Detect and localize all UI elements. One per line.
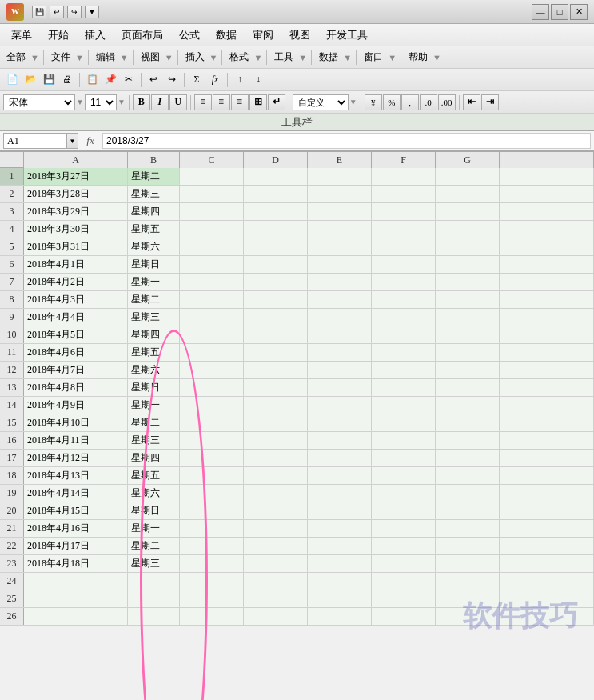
cell-e15[interactable] (308, 414, 372, 431)
cell-g12[interactable] (436, 362, 500, 378)
cell-d10[interactable] (244, 326, 308, 343)
cell-f2[interactable] (372, 186, 436, 202)
cell-e3[interactable] (308, 203, 372, 220)
print-btn[interactable]: 🖨 (58, 71, 76, 89)
cell-e20[interactable] (308, 502, 372, 519)
cell-h10[interactable] (500, 326, 594, 343)
cell-g2[interactable] (436, 186, 500, 202)
table-row[interactable]: 14 2018年4月9日 星期一 (0, 397, 594, 414)
cell-c20[interactable] (180, 502, 244, 519)
cell-h20[interactable] (500, 502, 594, 519)
table-row[interactable]: 20 2018年4月15日 星期日 (0, 502, 594, 520)
cell-g1[interactable] (436, 168, 500, 185)
cell-g8[interactable] (436, 291, 500, 308)
name-box-dropdown[interactable]: ▼ (67, 133, 78, 149)
save-file-btn[interactable]: 💾 (40, 71, 58, 89)
font-size-select[interactable]: 11 (85, 94, 117, 110)
cell-f12[interactable] (372, 362, 436, 378)
cell-h22[interactable] (500, 538, 594, 554)
cell-a17[interactable]: 2018年4月12日 (24, 450, 128, 466)
cell-a20[interactable]: 2018年4月15日 (24, 502, 128, 519)
cell-g25[interactable] (436, 590, 500, 607)
toolbar-data2[interactable]: 数据 (316, 50, 341, 64)
cell-f26[interactable] (372, 608, 436, 625)
cell-b8[interactable]: 星期二 (128, 291, 180, 308)
cell-a21[interactable]: 2018年4月16日 (24, 520, 128, 537)
save-btn[interactable]: 💾 (32, 6, 46, 18)
menu-page-layout[interactable]: 页面布局 (114, 26, 171, 45)
number-format-select[interactable]: 自定义 (293, 94, 349, 110)
cell-b3[interactable]: 星期四 (128, 203, 180, 220)
cell-c21[interactable] (180, 520, 244, 537)
cell-c9[interactable] (180, 309, 244, 326)
cell-a24[interactable] (24, 573, 128, 590)
cell-f8[interactable] (372, 291, 436, 308)
cell-e19[interactable] (308, 485, 372, 502)
cell-h6[interactable] (500, 256, 594, 273)
table-row[interactable]: 17 2018年4月12日 星期四 (0, 450, 594, 467)
cell-d26[interactable] (244, 608, 308, 625)
cell-e4[interactable] (308, 221, 372, 238)
cell-e10[interactable] (308, 326, 372, 343)
col-header-d[interactable]: D (244, 152, 308, 168)
table-row[interactable]: 7 2018年4月2日 星期一 (0, 274, 594, 291)
cell-d14[interactable] (244, 397, 308, 414)
menu-review[interactable]: 审阅 (245, 26, 281, 45)
cell-b12[interactable]: 星期六 (128, 362, 180, 378)
cell-h16[interactable] (500, 432, 594, 449)
cell-h14[interactable] (500, 397, 594, 414)
cell-d15[interactable] (244, 414, 308, 431)
cell-h1[interactable] (500, 168, 594, 185)
toolbar-view[interactable]: 视图 (138, 50, 163, 64)
cell-c16[interactable] (180, 432, 244, 449)
table-row[interactable]: 10 2018年4月5日 星期四 (0, 326, 594, 344)
cell-b2[interactable]: 星期三 (128, 186, 180, 202)
menu-data[interactable]: 数据 (208, 26, 245, 45)
cell-c6[interactable] (180, 256, 244, 273)
cell-h26[interactable] (500, 608, 594, 625)
cell-c5[interactable] (180, 238, 244, 255)
cell-b26[interactable] (128, 608, 180, 625)
cell-b23[interactable]: 星期三 (128, 555, 180, 572)
indent-left-btn[interactable]: ⇤ (463, 94, 480, 110)
cell-f11[interactable] (372, 344, 436, 361)
cell-f21[interactable] (372, 520, 436, 537)
table-row[interactable]: 22 2018年4月17日 星期二 (0, 538, 594, 555)
cell-a22[interactable]: 2018年4月17日 (24, 538, 128, 554)
cell-c14[interactable] (180, 397, 244, 414)
cell-e22[interactable] (308, 538, 372, 554)
menu-wps[interactable]: 菜单 (3, 26, 40, 45)
cell-e23[interactable] (308, 555, 372, 572)
cell-c10[interactable] (180, 326, 244, 343)
cell-h8[interactable] (500, 291, 594, 308)
toolbar-format[interactable]: 格式 (226, 50, 252, 64)
bold-button[interactable]: B (133, 94, 150, 110)
cell-f6[interactable] (372, 256, 436, 273)
cell-a12[interactable]: 2018年4月7日 (24, 362, 128, 378)
cell-d5[interactable] (244, 238, 308, 255)
cell-a14[interactable]: 2018年4月9日 (24, 397, 128, 414)
formula-input[interactable] (102, 133, 591, 149)
currency-btn[interactable]: ¥ (365, 94, 382, 110)
cell-g16[interactable] (436, 432, 500, 449)
cell-g5[interactable] (436, 238, 500, 255)
italic-button[interactable]: I (151, 94, 169, 110)
cell-b4[interactable]: 星期五 (128, 221, 180, 238)
cell-a11[interactable]: 2018年4月6日 (24, 344, 128, 361)
cell-a18[interactable]: 2018年4月13日 (24, 467, 128, 484)
table-row[interactable]: 18 2018年4月13日 星期五 (0, 467, 594, 485)
cell-g15[interactable] (436, 414, 500, 431)
increase-decimal-btn[interactable]: .0 (420, 94, 437, 110)
percent-btn[interactable]: % (383, 94, 401, 110)
cell-g10[interactable] (436, 326, 500, 343)
cell-a8[interactable]: 2018年4月3日 (24, 291, 128, 308)
cell-f22[interactable] (372, 538, 436, 554)
cell-d2[interactable] (244, 186, 308, 202)
cell-h11[interactable] (500, 344, 594, 361)
cell-d23[interactable] (244, 555, 308, 572)
sort-asc-btn[interactable]: ↑ (231, 71, 249, 89)
cell-h24[interactable] (500, 573, 594, 590)
cell-d8[interactable] (244, 291, 308, 308)
cell-b21[interactable]: 星期一 (128, 520, 180, 537)
cell-c26[interactable] (180, 608, 244, 625)
